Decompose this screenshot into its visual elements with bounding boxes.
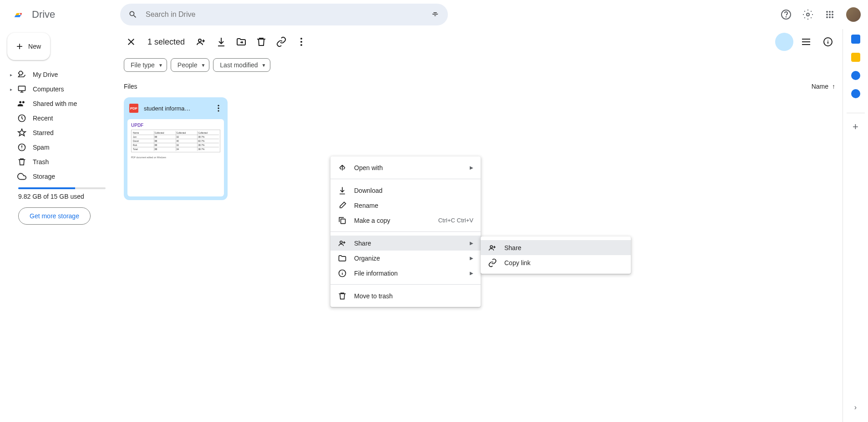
file-more-icon[interactable] xyxy=(213,103,224,114)
apps-icon[interactable] xyxy=(821,5,839,24)
main: 1 selected xyxy=(117,29,843,422)
close-selection-icon[interactable] xyxy=(122,33,140,51)
nav-label: Shared with me xyxy=(33,100,77,107)
menu-move-trash[interactable]: Move to trash xyxy=(330,288,481,303)
sidebar-item-storage[interactable]: Storage xyxy=(7,169,109,184)
filter-toggle[interactable] xyxy=(775,33,793,51)
nav-label: Spam xyxy=(33,144,50,151)
context-menu: Open with ▶ Download Rename Make a copy … xyxy=(330,156,481,307)
menu-share[interactable]: Share ▶ xyxy=(330,236,481,251)
sort-label: Name xyxy=(812,83,828,90)
more-icon[interactable] xyxy=(292,33,310,51)
menu-divider xyxy=(330,231,481,232)
link-icon xyxy=(488,258,497,267)
sidebar-item-starred[interactable]: Starred xyxy=(7,126,109,140)
preview-caption: PDF document edited on Windows xyxy=(131,156,220,159)
file-name: student informa… xyxy=(144,105,208,112)
list-view-icon[interactable] xyxy=(797,33,815,51)
preview-table: NameCollectedCollectedCollected Jon88323… xyxy=(131,130,220,152)
file-card[interactable]: PDF student informa… UPDF NameCollectedC… xyxy=(124,97,228,200)
download-icon[interactable] xyxy=(212,33,230,51)
search-input[interactable] xyxy=(142,10,426,19)
menu-make-copy[interactable]: Make a copy Ctrl+C Ctrl+V xyxy=(330,213,481,228)
calendar-app-icon[interactable] xyxy=(851,35,860,44)
app-name[interactable]: Drive xyxy=(32,9,55,20)
svg-point-10 xyxy=(829,16,831,18)
clock-icon xyxy=(16,113,27,124)
chip-people[interactable]: People ▼ xyxy=(171,58,210,72)
add-app-icon[interactable]: + xyxy=(847,113,865,131)
tasks-app-icon[interactable] xyxy=(851,71,860,80)
link-icon[interactable] xyxy=(272,33,290,51)
storage-text: 9.82 GB of 15 GB used xyxy=(18,193,106,200)
menu-organize[interactable]: Organize ▶ xyxy=(330,251,481,266)
info-icon[interactable] xyxy=(819,33,837,51)
expand-icon[interactable]: ▸ xyxy=(7,87,15,92)
submenu-share[interactable]: Share xyxy=(481,240,631,255)
menu-label: File information xyxy=(354,270,470,277)
settings-icon[interactable] xyxy=(799,5,817,24)
new-label: New xyxy=(28,43,41,50)
pencil-icon xyxy=(338,201,347,210)
cloud-icon xyxy=(16,171,27,182)
svg-point-18 xyxy=(300,44,302,46)
search-icon[interactable] xyxy=(124,5,142,24)
submenu-copy-link[interactable]: Copy link xyxy=(481,255,631,270)
content-header: Files Name ↑ xyxy=(117,75,843,94)
right-panel: + › xyxy=(843,29,868,422)
chip-last-modified[interactable]: Last modified ▼ xyxy=(213,58,270,72)
toolbar: 1 selected xyxy=(117,29,843,55)
search-section xyxy=(120,4,448,25)
search-options-icon[interactable] xyxy=(426,5,444,24)
sidebar-item-computers[interactable]: ▸ Computers xyxy=(7,82,109,96)
svg-point-9 xyxy=(826,16,828,18)
header-right xyxy=(777,5,864,24)
sidebar-item-trash[interactable]: Trash xyxy=(7,155,109,169)
keep-app-icon[interactable] xyxy=(851,53,860,62)
sidebar-item-shared[interactable]: Shared with me xyxy=(7,96,109,111)
sidebar-item-my-drive[interactable]: ▸ My Drive xyxy=(7,67,109,82)
menu-file-info[interactable]: File information ▶ xyxy=(330,266,481,281)
star-icon xyxy=(16,127,27,138)
contacts-app-icon[interactable] xyxy=(851,89,860,98)
collapse-panel-icon[interactable]: › xyxy=(847,398,865,417)
new-button[interactable]: + New xyxy=(7,33,50,60)
menu-open-with[interactable]: Open with ▶ xyxy=(330,160,481,175)
storage-bar xyxy=(18,187,106,189)
share-icon[interactable] xyxy=(192,33,210,51)
chevron-down-icon: ▼ xyxy=(158,63,163,68)
body: + New ▸ My Drive ▸ Computers Shared with… xyxy=(0,29,868,422)
preview-logo: UPDF xyxy=(131,123,220,128)
avatar[interactable] xyxy=(846,7,861,22)
svg-point-3 xyxy=(826,11,828,13)
help-icon[interactable] xyxy=(777,5,795,24)
sidebar-item-recent[interactable]: Recent xyxy=(7,111,109,126)
svg-point-11 xyxy=(832,16,833,18)
menu-download[interactable]: Download xyxy=(330,183,481,198)
selected-count: 1 selected xyxy=(147,37,185,47)
svg-point-17 xyxy=(300,41,302,43)
open-icon xyxy=(338,163,347,172)
menu-label: Open with xyxy=(354,164,470,171)
chevron-right-icon: ▶ xyxy=(470,165,473,170)
svg-point-20 xyxy=(218,105,219,106)
chip-file-type[interactable]: File type ▼ xyxy=(124,58,167,72)
get-storage-button[interactable]: Get more storage xyxy=(18,207,91,225)
expand-icon[interactable]: ▸ xyxy=(7,72,15,77)
trash-icon xyxy=(16,156,27,167)
spam-icon xyxy=(16,142,27,153)
menu-label: Make a copy xyxy=(354,217,438,224)
drive-logo[interactable] xyxy=(8,5,28,25)
plus-icon: + xyxy=(16,41,23,52)
sort-section[interactable]: Name ↑ xyxy=(812,83,835,90)
menu-rename[interactable]: Rename xyxy=(330,198,481,213)
nav-label: Recent xyxy=(33,115,53,122)
chip-label: People xyxy=(178,61,198,69)
chevron-right-icon: ▶ xyxy=(470,271,473,276)
chevron-down-icon: ▼ xyxy=(201,63,205,68)
delete-icon[interactable] xyxy=(252,33,270,51)
share-icon xyxy=(488,243,497,252)
sidebar-item-spam[interactable]: Spam xyxy=(7,140,109,155)
shared-icon xyxy=(16,98,27,109)
move-icon[interactable] xyxy=(232,33,250,51)
